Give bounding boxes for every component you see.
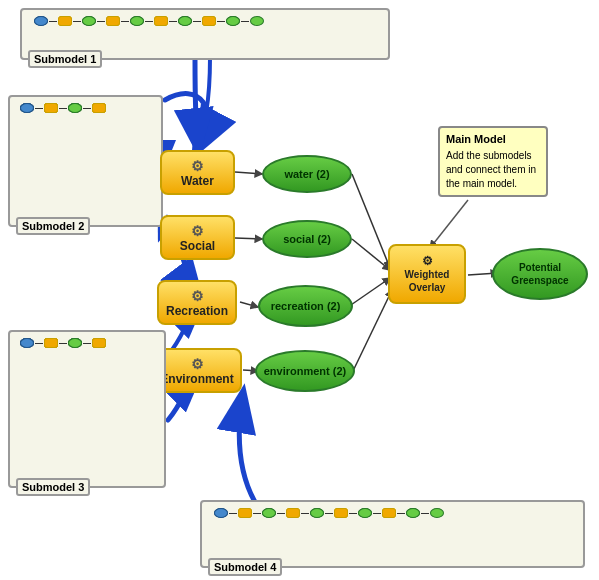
- social-ellipse-label: social (2): [283, 233, 331, 245]
- submodel3-label: Submodel 3: [16, 478, 90, 496]
- submodel4-box[interactable]: Submodel 4: [200, 500, 585, 568]
- environment-label: Environment: [160, 372, 233, 386]
- submodel2-box[interactable]: Submodel 2: [8, 95, 163, 227]
- svg-line-2: [240, 302, 258, 307]
- submodel4-chain2: [214, 508, 420, 518]
- recreation-ellipse[interactable]: recreation (2): [258, 285, 353, 327]
- social-ellipse[interactable]: social (2): [262, 220, 352, 258]
- weighted-overlay-icon: ⚙: [422, 254, 433, 268]
- submodel3-box[interactable]: Submodel 3: [8, 330, 166, 488]
- water-node[interactable]: ⚙ Water: [160, 150, 235, 195]
- svg-line-0: [235, 172, 262, 174]
- callout-title: Main Model: [446, 132, 540, 147]
- environment-icon: ⚙: [191, 356, 204, 372]
- svg-line-4: [352, 174, 390, 268]
- recreation-ellipse-label: recreation (2): [271, 300, 341, 312]
- recreation-icon: ⚙: [191, 288, 204, 304]
- submodel1-box[interactable]: Submodel 1: [20, 8, 390, 60]
- canvas: Submodel 1: [0, 0, 599, 580]
- water-ellipse[interactable]: water (2): [262, 155, 352, 193]
- callout-text: Add the submodels and connect them in th…: [446, 150, 536, 189]
- potential-greenspace-node[interactable]: PotentialGreenspace: [492, 248, 588, 300]
- potential-greenspace-label: PotentialGreenspace: [509, 259, 570, 289]
- weighted-overlay-node[interactable]: ⚙ WeightedOverlay: [388, 244, 466, 304]
- recreation-label: Recreation: [166, 304, 228, 318]
- submodel2-label: Submodel 2: [16, 217, 90, 235]
- weighted-overlay-label: WeightedOverlay: [405, 268, 450, 294]
- submodel1-label: Submodel 1: [28, 50, 102, 68]
- svg-line-5: [352, 239, 390, 270]
- submodel2-chain5: [20, 103, 82, 113]
- svg-line-7: [353, 290, 392, 371]
- environment-ellipse[interactable]: environment (2): [255, 350, 355, 392]
- social-node[interactable]: ⚙ Social: [160, 215, 235, 260]
- recreation-node[interactable]: ⚙ Recreation: [157, 280, 237, 325]
- water-label: Water: [181, 174, 214, 188]
- callout-box: Main Model Add the submodels and connect…: [438, 126, 548, 197]
- water-icon: ⚙: [191, 158, 204, 174]
- submodel4-label: Submodel 4: [208, 558, 282, 576]
- svg-line-6: [348, 278, 390, 307]
- social-icon: ⚙: [191, 223, 204, 239]
- environment-ellipse-label: environment (2): [264, 365, 347, 377]
- social-label: Social: [180, 239, 215, 253]
- svg-line-1: [235, 238, 262, 239]
- submodel1-chain2: [34, 16, 264, 26]
- water-ellipse-label: water (2): [284, 168, 329, 180]
- submodel3-chain6: [20, 338, 58, 348]
